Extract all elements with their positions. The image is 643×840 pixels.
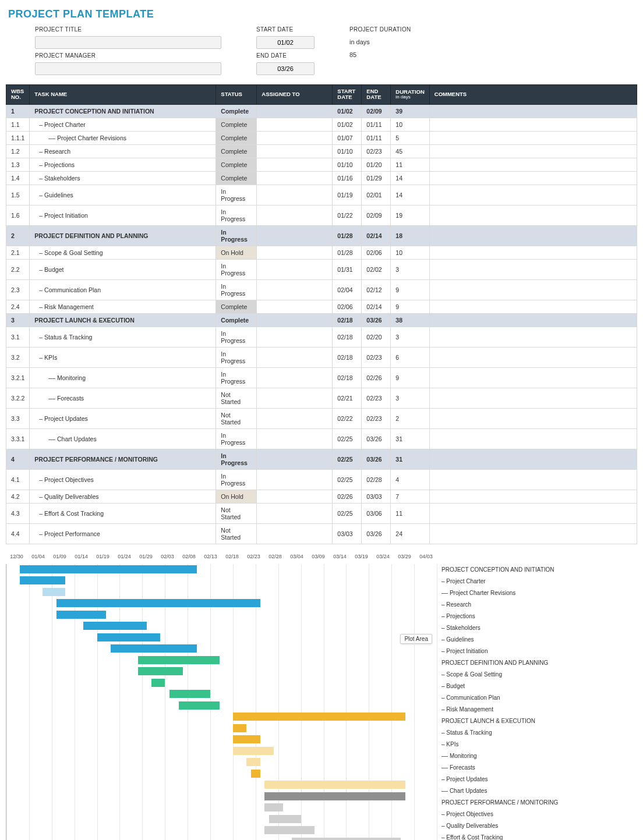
cell-status[interactable]: Complete: [216, 131, 257, 144]
cell-comments[interactable]: [429, 503, 637, 523]
cell-assigned[interactable]: [257, 490, 333, 503]
cell-wbs: 1.2: [6, 144, 30, 158]
cell-comments[interactable]: [429, 327, 637, 347]
cell-status[interactable]: Not Started: [216, 408, 257, 428]
cell-status[interactable]: In Progress: [216, 428, 257, 449]
cell-comments[interactable]: [429, 469, 637, 490]
cell-assigned[interactable]: [257, 300, 333, 313]
cell-comments[interactable]: [429, 313, 637, 327]
cell-task: – Quality Deliverables: [30, 490, 216, 503]
cell-status[interactable]: In Progress: [216, 449, 257, 469]
cell-assigned[interactable]: [257, 205, 333, 225]
cell-assigned[interactable]: [257, 503, 333, 523]
cell-assigned[interactable]: [257, 144, 333, 158]
cell-assigned[interactable]: [257, 408, 333, 428]
cell-comments[interactable]: [429, 279, 637, 300]
cell-comments[interactable]: [429, 408, 637, 428]
cell-duration: 9: [391, 300, 429, 313]
project-manager-input[interactable]: [35, 62, 221, 75]
cell-status[interactable]: In Progress: [216, 469, 257, 490]
project-title-input[interactable]: [35, 36, 221, 49]
cell-comments[interactable]: [429, 158, 637, 171]
cell-comments[interactable]: [429, 490, 637, 503]
gantt-container: 12/3001/0401/0901/1401/1901/2401/2902/03…: [6, 554, 637, 840]
cell-status[interactable]: Not Started: [216, 523, 257, 544]
cell-comments[interactable]: [429, 367, 637, 388]
cell-task: – Project Initiation: [30, 205, 216, 225]
cell-task: –– Chart Updates: [30, 428, 216, 449]
cell-assigned[interactable]: [257, 367, 333, 388]
col-status: STATUS: [216, 85, 257, 105]
cell-comments[interactable]: [429, 225, 637, 246]
cell-status[interactable]: Complete: [216, 104, 257, 118]
cell-assigned[interactable]: [257, 327, 333, 347]
cell-assigned[interactable]: [257, 158, 333, 171]
cell-status[interactable]: In Progress: [216, 225, 257, 246]
cell-status[interactable]: Complete: [216, 171, 257, 185]
cell-comments[interactable]: [429, 171, 637, 185]
cell-end: 03/26: [362, 313, 391, 327]
cell-comments[interactable]: [429, 347, 637, 367]
cell-start: 02/18: [333, 347, 362, 367]
cell-comments[interactable]: [429, 104, 637, 118]
cell-status[interactable]: Complete: [216, 158, 257, 171]
cell-status[interactable]: Not Started: [216, 503, 257, 523]
cell-status[interactable]: In Progress: [216, 205, 257, 225]
cell-status[interactable]: Complete: [216, 118, 257, 131]
cell-comments[interactable]: [429, 388, 637, 408]
cell-status[interactable]: On Hold: [216, 246, 257, 259]
cell-status[interactable]: In Progress: [216, 279, 257, 300]
cell-assigned[interactable]: [257, 118, 333, 131]
cell-assigned[interactable]: [257, 131, 333, 144]
project-title-label: PROJECT TITLE: [35, 26, 221, 33]
cell-status[interactable]: Complete: [216, 300, 257, 313]
cell-comments[interactable]: [429, 523, 637, 544]
cell-status[interactable]: Not Started: [216, 388, 257, 408]
cell-status[interactable]: In Progress: [216, 259, 257, 279]
gantt-grid: Plot Area: [6, 564, 437, 840]
cell-comments[interactable]: [429, 118, 637, 131]
cell-assigned[interactable]: [257, 523, 333, 544]
cell-status[interactable]: In Progress: [216, 327, 257, 347]
cell-assigned[interactable]: [257, 347, 333, 367]
cell-comments[interactable]: [429, 449, 637, 469]
cell-assigned[interactable]: [257, 469, 333, 490]
axis-tick: 03/04: [286, 554, 308, 564]
cell-assigned[interactable]: [257, 449, 333, 469]
cell-assigned[interactable]: [257, 104, 333, 118]
cell-wbs: 2.4: [6, 300, 30, 313]
cell-assigned[interactable]: [257, 171, 333, 185]
cell-duration: 14: [391, 171, 429, 185]
cell-assigned[interactable]: [257, 259, 333, 279]
start-date-input[interactable]: [256, 36, 315, 49]
cell-comments[interactable]: [429, 428, 637, 449]
cell-comments[interactable]: [429, 131, 637, 144]
cell-comments[interactable]: [429, 246, 637, 259]
cell-comments[interactable]: [429, 259, 637, 279]
cell-status[interactable]: In Progress: [216, 367, 257, 388]
cell-status[interactable]: In Progress: [216, 185, 257, 205]
cell-comments[interactable]: [429, 185, 637, 205]
cell-assigned[interactable]: [257, 313, 333, 327]
cell-assigned[interactable]: [257, 428, 333, 449]
cell-assigned[interactable]: [257, 225, 333, 246]
cell-status[interactable]: On Hold: [216, 490, 257, 503]
cell-end: 02/12: [362, 279, 391, 300]
axis-tick: 03/19: [351, 554, 372, 564]
axis-tick: 02/23: [243, 554, 264, 564]
cell-assigned[interactable]: [257, 185, 333, 205]
project-duration-value: 85: [349, 49, 411, 58]
cell-comments[interactable]: [429, 205, 637, 225]
end-date-input[interactable]: [256, 62, 315, 75]
cell-assigned[interactable]: [257, 246, 333, 259]
cell-assigned[interactable]: [257, 388, 333, 408]
cell-comments[interactable]: [429, 144, 637, 158]
cell-end: 02/01: [362, 185, 391, 205]
cell-wbs: 2.3: [6, 279, 30, 300]
cell-status[interactable]: Complete: [216, 144, 257, 158]
cell-task: – Project Updates: [30, 408, 216, 428]
cell-status[interactable]: In Progress: [216, 347, 257, 367]
cell-status[interactable]: Complete: [216, 313, 257, 327]
cell-comments[interactable]: [429, 300, 637, 313]
cell-assigned[interactable]: [257, 279, 333, 300]
